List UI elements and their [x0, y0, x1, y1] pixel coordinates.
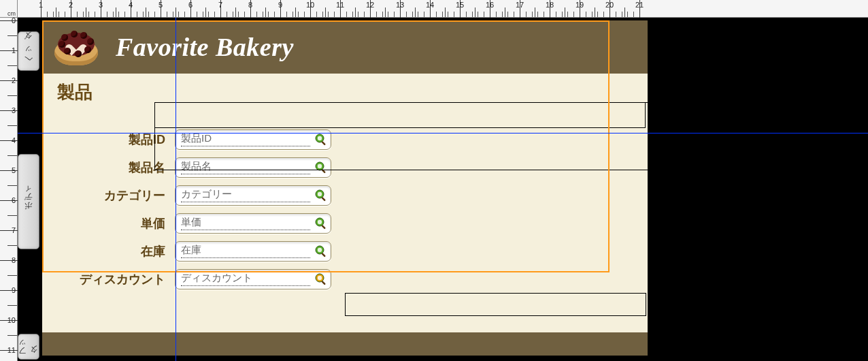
- magnifier-icon[interactable]: [314, 161, 328, 174]
- layout-page[interactable]: Favorite Bakery 製品 製品ID製品ID 製品名製品名 カテゴリー…: [42, 20, 648, 357]
- ruler-h-label: 11: [336, 1, 344, 9]
- ruler-h-label: 19: [575, 1, 584, 9]
- field-input[interactable]: カテゴリー: [175, 185, 331, 206]
- ruler-h-label: 1: [39, 1, 43, 9]
- ruler-h-label: 8: [248, 1, 252, 9]
- ruler-h-label: 15: [456, 1, 464, 9]
- field-label: 在庫: [42, 243, 175, 260]
- field-placeholder: 単価: [181, 216, 310, 230]
- svg-point-1: [318, 136, 322, 140]
- ruler-h-label: 13: [396, 1, 404, 9]
- ruler-v-label: 0: [12, 16, 16, 25]
- svg-rect-14: [321, 253, 326, 257]
- field-placeholder: カテゴリー: [181, 188, 310, 202]
- form-row: 製品ID製品ID: [42, 125, 648, 153]
- section-title: 製品: [57, 80, 93, 104]
- part-tab-body[interactable]: ボディ: [18, 154, 39, 249]
- form-row: カテゴリーカテゴリー: [42, 181, 648, 209]
- magnifier-icon[interactable]: [314, 217, 328, 230]
- field-placeholder: 在庫: [181, 244, 310, 258]
- logo-cake-icon: [53, 27, 101, 67]
- ruler-h-label: 6: [188, 1, 193, 9]
- field-input[interactable]: ディスカウント: [175, 269, 331, 289]
- ruler-v-label: 6: [12, 196, 16, 204]
- ruler-v-label: 10: [7, 316, 16, 324]
- svg-point-10: [318, 219, 322, 223]
- part-tab-footer-label: フッタ: [17, 334, 40, 359]
- ruler-v-label: 5: [12, 166, 16, 174]
- magnifier-icon[interactable]: [314, 133, 328, 146]
- header-title: Favorite Bakery: [116, 32, 294, 62]
- field-input[interactable]: 在庫: [175, 241, 331, 262]
- field-label: 製品ID: [42, 131, 175, 148]
- ruler-unit: cm: [0, 0, 18, 18]
- part-tab-footer[interactable]: フッタ: [18, 334, 39, 360]
- field-label: カテゴリー: [42, 187, 175, 204]
- svg-rect-5: [321, 169, 326, 174]
- ruler-h-label: 4: [129, 1, 133, 9]
- magnifier-icon[interactable]: [314, 189, 328, 202]
- ruler-h-label: 9: [278, 1, 282, 9]
- ruler-h-label: 7: [218, 1, 222, 9]
- ruler-h-label: 10: [306, 1, 314, 9]
- ruler-v-label: 4: [12, 136, 16, 144]
- magnifier-icon[interactable]: [314, 245, 328, 258]
- form-row: 単価単価: [42, 209, 648, 237]
- ruler-h-label: 17: [516, 1, 524, 9]
- field-input[interactable]: 単価: [175, 213, 331, 234]
- field-placeholder: ディスカウント: [181, 272, 310, 286]
- ruler-h-label: 5: [158, 1, 163, 9]
- field-input[interactable]: 製品ID: [175, 129, 331, 150]
- ruler-h-label: 3: [99, 1, 103, 9]
- ruler-h-label: 21: [635, 1, 644, 9]
- field-input[interactable]: 製品名: [175, 157, 331, 178]
- layout-canvas[interactable]: Favorite Bakery 製品 製品ID製品ID 製品名製品名 カテゴリー…: [39, 18, 868, 361]
- form-row: 製品名製品名: [42, 153, 648, 181]
- vertical-ruler[interactable]: 01234567891011: [0, 18, 18, 361]
- svg-rect-8: [321, 197, 326, 202]
- ruler-v-label: 3: [12, 106, 16, 114]
- form-row: 在庫在庫: [42, 237, 648, 265]
- svg-point-16: [318, 275, 322, 279]
- header-band: Favorite Bakery: [42, 20, 648, 74]
- ruler-v-label: 1: [12, 46, 16, 54]
- svg-rect-11: [321, 225, 326, 230]
- footer-band: [42, 332, 648, 356]
- field-label: 単価: [42, 215, 175, 232]
- ruler-h-label: 18: [546, 1, 554, 9]
- field-label: 製品名: [42, 159, 175, 176]
- ruler-v-label: 7: [12, 226, 16, 234]
- ruler-h-label: 2: [69, 1, 73, 9]
- ruler-h-label: 14: [426, 1, 434, 9]
- part-tab-header[interactable]: ヘッダ: [18, 31, 39, 71]
- body-band: 製品 製品ID製品ID 製品名製品名 カテゴリーカテゴリー 単価単価 在庫在庫 …: [42, 74, 648, 332]
- part-tab-body-label: ボディ: [23, 187, 35, 216]
- svg-rect-17: [321, 281, 326, 285]
- magnifier-icon[interactable]: [314, 272, 328, 286]
- field-placeholder: 製品ID: [181, 132, 310, 146]
- ruler-v-label: 2: [12, 76, 16, 84]
- field-label: ディスカウント: [42, 271, 175, 287]
- svg-point-4: [318, 163, 322, 168]
- ruler-v-label: 8: [12, 256, 16, 264]
- horizontal-ruler[interactable]: 123456789101112131415161718192021: [18, 0, 868, 18]
- ruler-h-label: 20: [605, 1, 614, 9]
- svg-point-7: [318, 191, 322, 195]
- ruler-h-label: 12: [366, 1, 374, 9]
- part-tab-header-label: ヘッダ: [23, 37, 35, 65]
- ruler-h-label: 16: [486, 1, 494, 9]
- field-placeholder: 製品名: [181, 160, 310, 174]
- ruler-v-label: 9: [12, 286, 16, 294]
- ruler-v-label: 11: [7, 346, 16, 354]
- svg-rect-2: [321, 141, 326, 146]
- form: 製品ID製品ID 製品名製品名 カテゴリーカテゴリー 単価単価 在庫在庫 ディス…: [42, 125, 648, 293]
- svg-point-13: [318, 247, 322, 251]
- form-row: ディスカウントディスカウント: [42, 265, 648, 293]
